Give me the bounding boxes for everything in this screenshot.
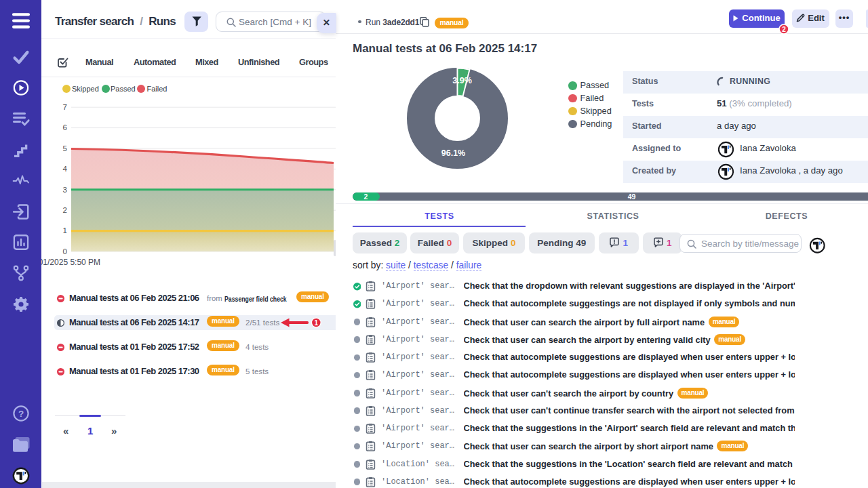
svg-text:4: 4 <box>63 165 68 173</box>
svg-text:96.1%: 96.1% <box>441 148 465 158</box>
svg-text:7: 7 <box>63 103 67 111</box>
svg-text:0: 0 <box>63 247 67 256</box>
svg-text:1: 1 <box>63 226 67 235</box>
svg-text:3.9%: 3.9% <box>452 76 472 85</box>
svg-text:5: 5 <box>63 144 67 152</box>
svg-text:6: 6 <box>63 123 67 131</box>
svg-text:1: 1 <box>315 319 319 327</box>
svg-text:?: ? <box>18 409 23 419</box>
svg-text:3: 3 <box>63 186 67 194</box>
svg-text:2: 2 <box>63 206 67 214</box>
svg-text:2: 2 <box>782 26 786 33</box>
